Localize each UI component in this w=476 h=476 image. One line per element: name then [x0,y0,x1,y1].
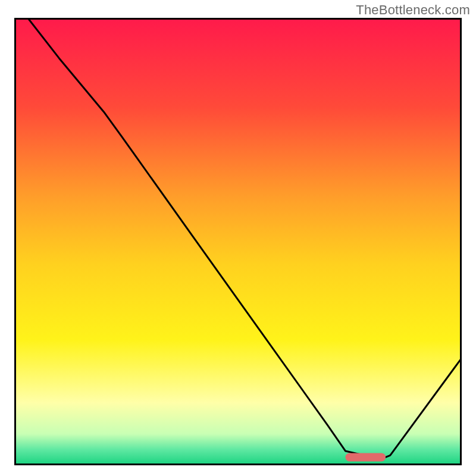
bottleneck-chart [14,18,462,465]
chart-svg [14,18,462,465]
optimal-range-marker [345,453,386,461]
attribution-text: TheBottleneck.com [356,2,470,18]
